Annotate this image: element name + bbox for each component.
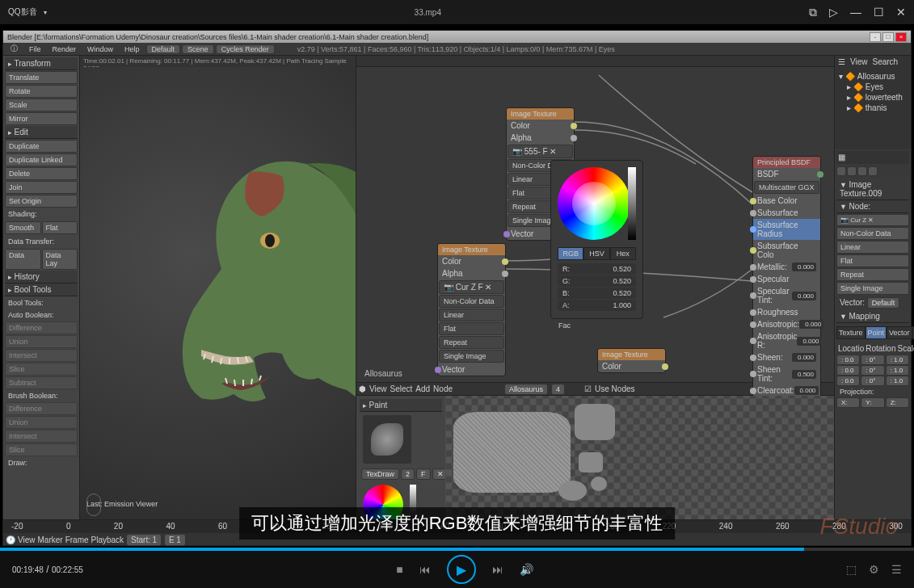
pip-icon[interactable]: ⧉ bbox=[809, 6, 817, 19]
flat-button[interactable]: Flat bbox=[42, 221, 78, 234]
nf-select[interactable]: Select bbox=[390, 384, 413, 393]
settings-icon[interactable]: ⚙ bbox=[869, 563, 879, 576]
engine-dropdown[interactable]: Cycles Render bbox=[216, 44, 275, 54]
close-icon[interactable]: ✕ bbox=[896, 6, 906, 19]
tl-view[interactable]: View bbox=[18, 536, 36, 544]
use-nodes-checkbox[interactable]: Use Nodes bbox=[595, 384, 634, 393]
dropdown-icon[interactable]: ▾ bbox=[44, 9, 47, 16]
tl-frame[interactable]: Frame bbox=[65, 536, 89, 544]
b-input[interactable]: B:0.520 bbox=[558, 288, 636, 299]
menu-window[interactable]: Window bbox=[82, 45, 118, 53]
ext-field[interactable]: Repeat bbox=[836, 268, 909, 281]
y-axis[interactable]: Y: bbox=[861, 397, 884, 408]
users[interactable]: 2 bbox=[401, 468, 415, 480]
slice-button[interactable]: Slice bbox=[5, 363, 78, 376]
transform-header[interactable]: ▸ Transform bbox=[5, 57, 78, 70]
hsv-tab[interactable]: HSV bbox=[583, 247, 609, 260]
image-select[interactable]: 📷 Cur Z F ✕ bbox=[439, 280, 504, 294]
ggx-dropdown[interactable]: Multiscatter GGX bbox=[754, 181, 819, 194]
slice2-button[interactable]: Slice bbox=[5, 443, 78, 456]
color-picker[interactable]: RGB HSV Hex R:0.520 G:0.520 B:0.520 A:1.… bbox=[550, 160, 643, 319]
win-close-icon[interactable]: × bbox=[895, 32, 907, 42]
nf-view[interactable]: View bbox=[369, 384, 387, 393]
rgb-tab[interactable]: RGB bbox=[558, 247, 583, 260]
menu-file[interactable]: File bbox=[24, 45, 46, 53]
image-texture-node-3[interactable]: Image Texture Color bbox=[597, 348, 666, 373]
g-input[interactable]: G:0.520 bbox=[558, 275, 636, 287]
node-header[interactable]: ▼ Node: bbox=[836, 200, 909, 213]
menu-render[interactable]: Render bbox=[48, 45, 82, 53]
x-axis[interactable]: X: bbox=[836, 397, 860, 408]
clock-icon[interactable]: 🕐 bbox=[6, 536, 15, 544]
tex-tab[interactable]: Texture bbox=[836, 326, 866, 339]
paint-header[interactable]: ▸ Paint bbox=[360, 399, 442, 412]
delete-button[interactable]: Delete bbox=[5, 167, 78, 180]
proj-dropdown[interactable]: Flat bbox=[439, 322, 504, 335]
end-field[interactable]: E 1 bbox=[164, 534, 186, 546]
source-dropdown[interactable]: Single Image bbox=[439, 350, 504, 363]
vector-tab[interactable]: Vector bbox=[887, 326, 912, 339]
img-tex-header[interactable]: ▼ Image Texture.009 bbox=[836, 178, 909, 200]
outliner-item[interactable]: ▸ 🔶 lowerteeth bbox=[837, 92, 908, 103]
minimize-icon[interactable]: — bbox=[850, 6, 861, 19]
tl-playback[interactable]: Playback bbox=[91, 536, 124, 544]
tab-world[interactable] bbox=[857, 166, 867, 176]
tl-marker[interactable]: Marker bbox=[38, 536, 63, 544]
history-header[interactable]: ▸ History bbox=[5, 271, 78, 284]
next-button[interactable]: ⏭ bbox=[492, 563, 503, 576]
texdraw-dropdown[interactable]: TexDraw bbox=[361, 468, 399, 480]
colorspace-dropdown[interactable]: Non-Color Data bbox=[439, 295, 504, 308]
data-lay-button[interactable]: Data Lay bbox=[42, 249, 78, 270]
node-icon[interactable]: ⬢ bbox=[359, 384, 366, 393]
z-axis[interactable]: Z: bbox=[886, 397, 909, 408]
3d-viewport[interactable]: Time:00:02.01 | Remaining: 00:11.77 | Me… bbox=[80, 56, 356, 545]
value-slider[interactable] bbox=[628, 167, 636, 240]
colorspace-field[interactable]: Non-Color Data bbox=[836, 227, 909, 240]
tab-object[interactable] bbox=[868, 166, 878, 176]
duplicate-button[interactable]: Duplicate bbox=[5, 140, 78, 153]
subtract-button[interactable]: Subtract bbox=[5, 376, 78, 389]
interp-field[interactable]: Linear bbox=[836, 241, 909, 254]
rotate-button[interactable]: Rotate bbox=[5, 85, 78, 98]
set-origin-button[interactable]: Set Origin bbox=[5, 195, 78, 208]
intersect2-button[interactable]: Intersect bbox=[5, 430, 78, 443]
source-field[interactable]: Single Image bbox=[836, 282, 909, 295]
r-input[interactable]: R:0.520 bbox=[558, 263, 636, 275]
image-texture-node-2[interactable]: Image Texture Color Alpha 📷 Cur Z F ✕ No… bbox=[437, 243, 506, 376]
difference-button[interactable]: Difference bbox=[5, 321, 78, 334]
union-button[interactable]: Union bbox=[5, 335, 78, 348]
props-icon[interactable]: ▦ bbox=[838, 153, 845, 162]
info-icon[interactable]: ⓘ bbox=[6, 44, 23, 54]
prev-button[interactable]: ⏮ bbox=[419, 563, 431, 576]
translate-button[interactable]: Translate bbox=[5, 71, 78, 84]
join-button[interactable]: Join bbox=[5, 181, 78, 194]
pin-icon[interactable]: ▷ bbox=[829, 6, 838, 19]
intersect-button[interactable]: Intersect bbox=[5, 349, 78, 362]
image-select[interactable]: 📷 555- F ✕ bbox=[508, 145, 573, 158]
edit-header[interactable]: ▸ Edit bbox=[5, 126, 78, 139]
ext-dropdown[interactable]: Repeat bbox=[439, 336, 504, 349]
scale-button[interactable]: Scale bbox=[5, 99, 78, 111]
scene-dropdown[interactable]: Scene bbox=[182, 44, 214, 54]
color-wheel[interactable] bbox=[558, 167, 630, 240]
volume-button[interactable]: 🔊 bbox=[520, 563, 533, 576]
capture-icon[interactable]: ⬚ bbox=[846, 563, 857, 576]
win-max-icon[interactable]: □ bbox=[882, 32, 894, 42]
duplicate-linked-button[interactable]: Duplicate Linked bbox=[5, 153, 78, 166]
outliner-item[interactable]: ▾ 🔶 Allosaurus bbox=[837, 71, 908, 82]
play-button[interactable]: ▶ bbox=[447, 555, 476, 584]
smooth-button[interactable]: Smooth bbox=[5, 221, 41, 234]
point-tab[interactable]: Point bbox=[866, 326, 887, 339]
start-field[interactable]: Start: 1 bbox=[126, 534, 162, 546]
stop-button[interactable]: ■ bbox=[396, 563, 402, 576]
layout-dropdown[interactable]: Default bbox=[146, 44, 181, 54]
mirror-button[interactable]: Mirror bbox=[5, 112, 78, 125]
fake-user-button[interactable]: F bbox=[416, 468, 431, 480]
node-title[interactable]: Image Texture bbox=[438, 244, 505, 255]
data-button[interactable]: Data bbox=[5, 249, 41, 270]
node-title[interactable]: Principled BSDF bbox=[753, 157, 820, 168]
interp-dropdown[interactable]: Linear bbox=[439, 309, 504, 321]
menu-help[interactable]: Help bbox=[120, 45, 145, 53]
difference2-button[interactable]: Difference bbox=[5, 402, 78, 415]
maximize-icon[interactable]: ☐ bbox=[874, 6, 884, 19]
